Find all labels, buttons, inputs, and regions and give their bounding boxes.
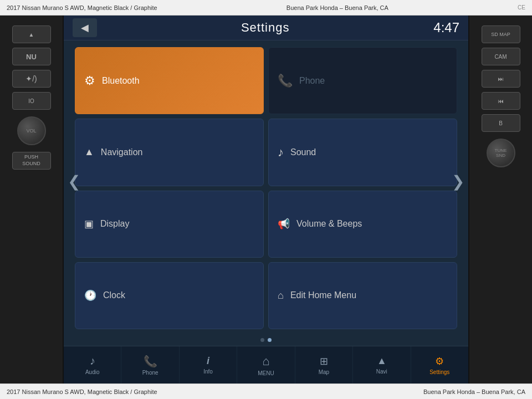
phone-menu-item: 📞 Phone bbox=[268, 47, 457, 114]
info-label: Info bbox=[203, 369, 213, 375]
io-button[interactable]: IO bbox=[12, 92, 51, 110]
nav-info[interactable]: i Info bbox=[180, 346, 237, 383]
edit-home-icon: ⌂ bbox=[278, 290, 284, 301]
page-dots bbox=[64, 336, 468, 346]
right-nav-arrow[interactable]: ❯ bbox=[449, 170, 467, 192]
nav-navi[interactable]: ▲ Navi bbox=[353, 346, 411, 383]
left-nav-arrow[interactable]: ❮ bbox=[65, 170, 83, 192]
ce-badge: CE bbox=[518, 4, 525, 11]
screen-top-bar: ◀ Settings 4:47 bbox=[64, 16, 468, 40]
volume-beeps-menu-item[interactable]: 📢 Volume & Beeps bbox=[268, 191, 457, 258]
phone-icon: 📞 bbox=[278, 74, 293, 88]
skip-fwd-button[interactable]: ⏭ bbox=[482, 70, 520, 88]
volume-beeps-icon: 📢 bbox=[278, 218, 290, 230]
bottom-bar: 2017 Nissan Murano S AWD, Magnetic Black… bbox=[0, 383, 532, 399]
clock-label: Clock bbox=[103, 290, 125, 300]
right-panel: SD MAP CAM ⏭ ⏮ B TUNESND bbox=[468, 16, 532, 383]
tune-knob[interactable]: TUNESND bbox=[487, 139, 515, 167]
top-bar-center: Buena Park Honda – Buena Park, CA bbox=[287, 4, 388, 11]
push-sound-button[interactable]: PUSHSOUND bbox=[12, 152, 51, 170]
audio-label: Audio bbox=[85, 369, 100, 375]
nav-phone-icon: 📞 bbox=[144, 355, 157, 368]
top-bar-left: 2017 Nissan Murano S AWD, Magnetic Black… bbox=[7, 4, 157, 11]
left-panel: ▲ NU ✦/) IO VOL PUSHSOUND bbox=[0, 16, 64, 383]
bluetooth-menu-item[interactable]: ⚙ Bluetooth bbox=[75, 47, 264, 114]
dot-1 bbox=[260, 338, 264, 342]
nav-phone-label: Phone bbox=[142, 370, 158, 376]
navi-icon: ▲ bbox=[377, 355, 387, 367]
star-button[interactable]: ✦/) bbox=[12, 70, 51, 88]
b-button[interactable]: B bbox=[482, 114, 520, 132]
display-menu-item[interactable]: ▣ Display bbox=[75, 191, 264, 258]
vol-knob[interactable]: VOL bbox=[17, 116, 46, 145]
skip-back-button[interactable]: ⏮ bbox=[482, 92, 520, 110]
bottom-bar-right: Buena Park Honda – Buena Park, CA bbox=[423, 388, 525, 395]
audio-icon: ♪ bbox=[90, 355, 95, 367]
nav-phone[interactable]: 📞 Phone bbox=[121, 346, 179, 383]
display-label: Display bbox=[100, 219, 129, 229]
edit-home-label: Edit Home Menu bbox=[290, 290, 356, 300]
menu-nu-button[interactable]: NU bbox=[12, 48, 51, 65]
info-icon: i bbox=[207, 355, 209, 367]
top-bar: 2017 Nissan Murano S AWD, Magnetic Black… bbox=[0, 0, 532, 16]
cam-button[interactable]: CAM bbox=[482, 48, 520, 65]
sd-map-button[interactable]: SD MAP bbox=[482, 25, 520, 43]
menu-label: MENU bbox=[258, 370, 274, 376]
screen-clock: 4:47 bbox=[433, 20, 459, 35]
navi-label: Navi bbox=[376, 369, 387, 375]
settings-grid: ⚙ Bluetooth 📞 Phone ▲ Navigation ♪ Sound… bbox=[64, 40, 468, 336]
edit-home-menu-item[interactable]: ⌂ Edit Home Menu bbox=[268, 262, 457, 329]
settings-label: Settings bbox=[429, 369, 449, 375]
bluetooth-label: Bluetooth bbox=[102, 76, 140, 86]
map-icon: ⊞ bbox=[320, 355, 328, 367]
center-screen: ◀ Settings 4:47 ⚙ Bluetooth 📞 Phone ▲ Na… bbox=[64, 16, 468, 383]
nav-settings[interactable]: ⚙ Settings bbox=[411, 346, 468, 383]
nav-map[interactable]: ⊞ Map bbox=[295, 346, 353, 383]
screen-title: Settings bbox=[241, 21, 290, 35]
sound-menu-item[interactable]: ♪ Sound bbox=[268, 119, 457, 186]
bottom-nav: ♪ Audio 📞 Phone i Info ⌂ MENU ⊞ Map ▲ bbox=[64, 346, 468, 383]
eject-button[interactable]: ▲ bbox=[12, 25, 51, 43]
navigation-label: Navigation bbox=[101, 147, 143, 157]
back-icon: ◀ bbox=[81, 22, 89, 34]
volume-beeps-label: Volume & Beeps bbox=[296, 219, 362, 229]
sound-label: Sound bbox=[290, 147, 316, 157]
nav-audio[interactable]: ♪ Audio bbox=[64, 346, 121, 383]
car-panel: ▲ NU ✦/) IO VOL PUSHSOUND ◀ Settings 4:4… bbox=[0, 16, 532, 383]
menu-icon: ⌂ bbox=[262, 354, 269, 369]
sound-icon: ♪ bbox=[278, 145, 284, 160]
map-label: Map bbox=[319, 369, 329, 375]
phone-label: Phone bbox=[299, 76, 325, 86]
navigation-menu-item[interactable]: ▲ Navigation bbox=[75, 119, 264, 186]
clock-menu-item[interactable]: 🕐 Clock bbox=[75, 262, 264, 329]
navigation-icon: ▲ bbox=[84, 146, 94, 158]
dot-2 bbox=[268, 338, 272, 342]
bottom-bar-left: 2017 Nissan Murano S AWD, Magnetic Black… bbox=[7, 388, 157, 395]
clock-icon: 🕐 bbox=[84, 289, 96, 301]
display-icon: ▣ bbox=[84, 218, 94, 230]
bluetooth-icon: ⚙ bbox=[84, 74, 95, 88]
nav-menu[interactable]: ⌂ MENU bbox=[237, 346, 295, 383]
settings-icon: ⚙ bbox=[435, 355, 444, 367]
back-button[interactable]: ◀ bbox=[73, 18, 97, 37]
